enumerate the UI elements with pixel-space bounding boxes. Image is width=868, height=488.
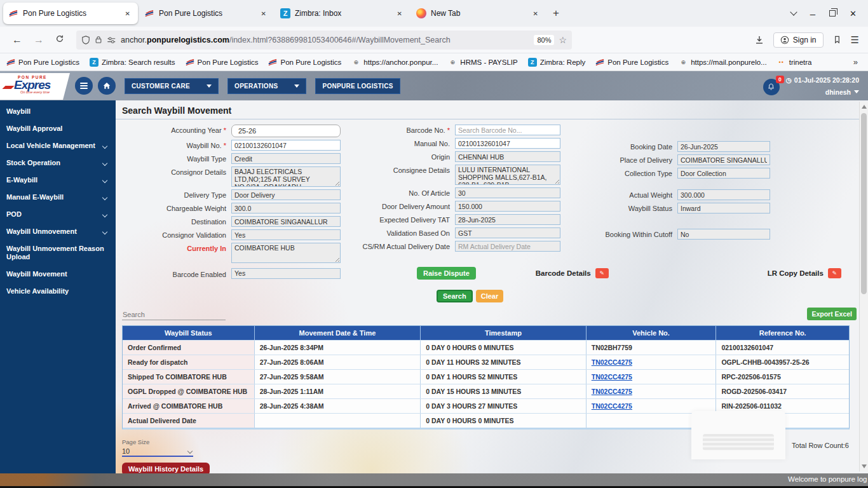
download-icon[interactable] [754, 35, 764, 45]
sidebar-item-e-waybill[interactable]: E-Waybill [0, 172, 116, 189]
tab-close-button[interactable]: ✕ [123, 9, 133, 18]
address-bar[interactable]: anchor.ponpurelogistics.com/index.html?6… [76, 30, 572, 50]
export-excel-button[interactable]: Export Excel [807, 308, 857, 320]
sidebar-item-vehicle-availability[interactable]: Vehicle Availability [0, 283, 116, 300]
tab-close-button[interactable]: ✕ [531, 9, 541, 18]
field-input[interactable] [231, 189, 341, 200]
field-input[interactable] [231, 203, 341, 214]
field-select[interactable]: 25-26 [231, 125, 341, 137]
field-input[interactable] [455, 187, 560, 198]
field-input[interactable] [231, 140, 341, 151]
nav-customer-care[interactable]: CUSTOMER CARE [125, 78, 219, 94]
bookmarks-overflow-chevron[interactable]: » [853, 57, 862, 67]
field-input[interactable] [455, 241, 560, 252]
scroll-down-arrow-icon[interactable] [862, 464, 867, 468]
sidebar-item-waybill-unmovement-reason-upload[interactable]: Waybill Unmovement Reason Upload [0, 240, 116, 266]
permissions-icon[interactable] [107, 36, 116, 44]
notifications-button[interactable]: 0 [763, 79, 780, 95]
flag-icon[interactable] [832, 35, 842, 44]
table-filter-input[interactable] [122, 309, 226, 320]
field-input[interactable] [455, 138, 560, 149]
scrollbar-thumb[interactable] [861, 113, 867, 294]
browser-tab[interactable]: New Tab✕ [411, 3, 546, 24]
tab-close-button[interactable]: ✕ [259, 9, 269, 18]
field-input[interactable] [677, 154, 770, 165]
ponpure-logo[interactable]: PON PURE Expres On time every time [0, 73, 70, 100]
sidebar-item-local-vehicle-management[interactable]: Local Vehicle Management [0, 137, 116, 154]
field-input[interactable] [455, 227, 560, 238]
home-button[interactable] [98, 77, 116, 95]
tab-list-chevron-icon[interactable] [790, 8, 797, 15]
field-input[interactable] [231, 229, 341, 240]
bookmark-item[interactable]: Pon Pure Logistics [6, 58, 79, 67]
bookmark-item[interactable]: ••trinetra [777, 58, 812, 67]
bookmark-item[interactable]: ZZimbra: Reply [528, 58, 586, 67]
sidebar-item-waybill[interactable]: Waybill [0, 103, 116, 120]
menu-hamburger-icon[interactable]: ☰ [851, 34, 859, 46]
lr-copy-edit-button[interactable]: ✎ [828, 268, 841, 278]
url-text[interactable]: anchor.ponpurelogistics.com/index.html?6… [121, 36, 529, 44]
vehicle-number-link[interactable]: TN02CC4275 [592, 358, 632, 366]
new-tab-button[interactable]: + [546, 7, 566, 20]
field-input[interactable] [677, 141, 770, 152]
field-input[interactable] [455, 201, 560, 212]
zoom-level-badge[interactable]: 80% [534, 35, 554, 45]
field-textarea[interactable]: COIMBATORE HUB [231, 243, 341, 263]
bookmark-item[interactable]: ZZimbra: Search results [90, 58, 175, 67]
vehicle-number-link[interactable]: TN02CC4275 [592, 402, 632, 410]
raise-dispute-button[interactable]: Raise Dispute [417, 267, 476, 280]
sidebar-item-stock-operation[interactable]: Stock Operation [0, 154, 116, 172]
nav-ponpure-logistics[interactable]: PONPURE LOGISTICS [315, 78, 400, 94]
browser-tab[interactable]: ZZimbra: Inbox✕ [275, 3, 410, 24]
lock-icon[interactable] [95, 36, 102, 44]
sidebar-item-pod[interactable]: POD [0, 206, 116, 223]
page-size-select[interactable]: 10 [122, 447, 193, 457]
browser-tab[interactable]: Pon Pure Logistics✕ [139, 3, 274, 24]
table-cell: OGPL-CHHB-0043957-25-26 [716, 355, 849, 369]
nav-operations[interactable]: OPERATIONS [227, 78, 306, 94]
minimize-button[interactable]: – [810, 8, 815, 19]
browser-tab[interactable]: Pon Pure Logistics✕ [3, 3, 138, 24]
sidebar-item-waybill-movement[interactable]: Waybill Movement [0, 266, 116, 283]
bookmark-star-icon[interactable]: ☆ [559, 35, 567, 45]
tab-close-button[interactable]: ✕ [395, 9, 405, 18]
field-textarea[interactable]: LULU INTERNATIONAL SHOPPING MALLS,627-B1… [455, 165, 560, 185]
barcode-enabled-field[interactable] [231, 268, 341, 279]
back-button[interactable]: ← [6, 32, 28, 48]
sidebar-item-manual-e-waybill[interactable]: Manual E-Waybill [0, 189, 116, 206]
forward-button[interactable]: → [28, 32, 50, 48]
field-input[interactable] [677, 203, 770, 214]
scroll-up-arrow-icon[interactable] [862, 105, 867, 109]
bookmark-item[interactable]: ⊕https://mail.ponpurelo... [679, 58, 767, 67]
bookmark-item[interactable]: ⊕https://anchor.ponpur... [351, 58, 438, 67]
sidebar-item-waybill-approval[interactable]: Waybill Approval [0, 120, 116, 137]
reload-button[interactable] [50, 32, 70, 48]
user-menu[interactable]: dhinesh [786, 88, 859, 96]
vertical-scrollbar[interactable] [859, 102, 868, 471]
sidebar-item-waybill-unmovement[interactable]: Waybill Unmovement [0, 223, 116, 240]
field-input[interactable] [677, 168, 770, 179]
field-input[interactable] [455, 214, 560, 225]
field-input[interactable] [677, 189, 770, 200]
field-textarea[interactable]: BAJAJ ELECTRICALS LTD,NO;125 AT SURVEY N… [231, 166, 341, 187]
field-input[interactable] [455, 125, 560, 135]
field-input[interactable] [677, 229, 770, 240]
bookmark-item[interactable]: Pon Pure Logistics [186, 58, 259, 67]
shield-icon[interactable] [81, 36, 90, 44]
close-window-button[interactable]: ✕ [850, 9, 857, 18]
bookmark-item[interactable]: Pon Pure Logistics [595, 58, 668, 67]
barcode-details-edit-button[interactable]: ✎ [595, 268, 609, 278]
field-input[interactable] [455, 151, 560, 162]
bookmark-item[interactable]: Pon Pure Logistics [268, 58, 341, 67]
vehicle-number-link[interactable]: TN02CC4275 [592, 373, 632, 381]
vehicle-number-link[interactable]: TN02CC4275 [592, 388, 632, 395]
sign-in-button[interactable]: Sign in [773, 32, 824, 48]
bookmark-item[interactable]: ⊕HRMS - PAYSLIP [448, 58, 517, 67]
field-input[interactable] [231, 153, 341, 164]
waybill-history-details-button[interactable]: Waybill History Details [122, 463, 210, 473]
clear-button[interactable]: Clear [476, 290, 504, 302]
search-button[interactable]: Search [437, 290, 473, 302]
field-input[interactable] [231, 216, 341, 227]
restore-button[interactable] [829, 10, 836, 17]
app-menu-button[interactable] [75, 77, 93, 95]
